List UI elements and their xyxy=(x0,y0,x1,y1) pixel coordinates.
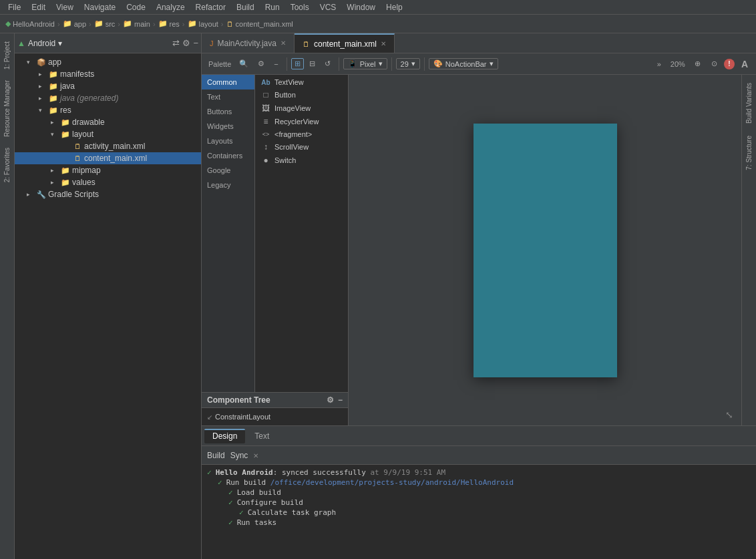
tree-item-java[interactable]: ▸ 📁 java xyxy=(15,80,201,92)
menu-file[interactable]: File xyxy=(3,1,26,13)
build-text-0: Hello Android: synced successfully at 9/… xyxy=(216,468,445,477)
blueprint-mode-button[interactable]: ⊟ xyxy=(305,58,319,69)
breadcrumb-item-app[interactable]: 📁 app xyxy=(63,19,86,28)
component-tree-icons: ⚙ − xyxy=(327,395,343,405)
tree-item-drawable[interactable]: ▸ 📁 drawable xyxy=(15,116,201,128)
menu-code[interactable]: Code xyxy=(121,1,151,13)
palette-item-switch[interactable]: ● Switch xyxy=(255,154,348,167)
menu-tools[interactable]: Tools xyxy=(285,1,315,13)
check-icon-2: ✓ xyxy=(228,488,233,497)
breadcrumb-item-file[interactable]: 🗒 content_main.xml xyxy=(226,20,293,28)
device-icon: 📱 xyxy=(348,59,357,68)
check-icon-0: ✓ xyxy=(207,468,212,477)
side-strip-favorites[interactable]: 2: Favorites xyxy=(3,142,11,188)
bottom-tab-text[interactable]: Text xyxy=(246,429,277,443)
side-strip-project[interactable]: 1: Project xyxy=(3,36,11,75)
palette-item-recyclerview[interactable]: ≡ RecyclerView xyxy=(255,115,348,128)
sync-icon[interactable]: ⇄ xyxy=(172,38,180,48)
palette-cat-text[interactable]: Text xyxy=(202,89,254,104)
palette-search-button[interactable]: 🔍 xyxy=(235,58,252,69)
side-strip-resource-manager[interactable]: Resource Manager xyxy=(3,75,11,142)
palette-cat-legacy[interactable]: Legacy xyxy=(202,178,254,192)
component-tree-settings[interactable]: ⚙ xyxy=(327,395,334,405)
menu-help[interactable]: Help xyxy=(381,1,408,13)
palette-item-scrollview[interactable]: ↕ ScrollView xyxy=(255,140,348,154)
menu-view[interactable]: View xyxy=(51,1,79,13)
menu-window[interactable]: Window xyxy=(341,1,381,13)
force-refresh-button[interactable]: ↺ xyxy=(321,58,335,69)
build-tab-build[interactable]: Build xyxy=(207,451,225,460)
menu-build[interactable]: Build xyxy=(231,1,260,13)
palette-body: Common Text Buttons Widgets Layouts Cont… xyxy=(202,75,348,392)
breadcrumb-item-main[interactable]: 📁 main xyxy=(123,19,150,28)
menu-analyze[interactable]: Analyze xyxy=(151,1,190,13)
menu-vcs[interactable]: VCS xyxy=(315,1,342,13)
palette-settings-button[interactable]: ⚙ xyxy=(254,58,268,69)
tree-item-content-main[interactable]: ▸ 🗒 content_main.xml xyxy=(15,152,201,164)
minimize-icon[interactable]: − xyxy=(193,38,198,48)
tree-item-gradle[interactable]: ▸ 🔧 Gradle Scripts xyxy=(15,188,201,200)
palette-item-textview[interactable]: Ab TextView xyxy=(255,76,348,88)
toolbar-sep-3 xyxy=(391,57,392,71)
tree-item-activity-main[interactable]: ▸ 🗒 activity_main.xml xyxy=(15,140,201,152)
menu-run[interactable]: Run xyxy=(260,1,285,13)
side-strip-build-variants[interactable]: Build Variants xyxy=(745,77,753,129)
palette-item-fragment[interactable]: <> <fragment> xyxy=(255,128,348,140)
palette-cat-common[interactable]: Common xyxy=(202,75,254,89)
tab-mainactivity[interactable]: J MainActivity.java ✕ xyxy=(202,33,295,53)
build-link[interactable]: /office/development/projects-study/andro… xyxy=(270,478,514,487)
palette-cat-containers[interactable]: Containers xyxy=(202,148,254,163)
breadcrumb-item-helloandroid[interactable]: ◆ HelloAndroid xyxy=(5,19,55,28)
tree-item-app[interactable]: ▾ 📦 app xyxy=(15,56,201,68)
error-badge[interactable]: ! xyxy=(724,59,735,69)
breadcrumb-item-src[interactable]: 📁 src xyxy=(94,19,116,28)
palette-cat-google[interactable]: Google xyxy=(202,163,254,178)
palette-item-button[interactable]: □ Button xyxy=(255,88,348,102)
tab-mainactivity-label: MainActivity.java xyxy=(218,39,276,48)
theme-selector[interactable]: 🎨 NoActionBar ▾ xyxy=(429,58,498,69)
menu-refactor[interactable]: Refactor xyxy=(190,1,231,13)
zoom-in-button[interactable]: ⊕ xyxy=(691,58,705,69)
build-body: ✓ Hello Android: synced successfully at … xyxy=(202,465,756,559)
component-tree-minimize[interactable]: − xyxy=(338,395,343,405)
tab-mainactivity-close[interactable]: ✕ xyxy=(280,39,286,47)
info-button[interactable]: A xyxy=(737,57,752,71)
build-sync-close[interactable]: ✕ xyxy=(253,452,258,459)
palette-cat-widgets[interactable]: Widgets xyxy=(202,119,254,134)
device-label: Pixel xyxy=(360,60,376,68)
tree-item-manifests[interactable]: ▸ 📁 manifests xyxy=(15,68,201,80)
palette-item-imageview[interactable]: 🖼 ImageView xyxy=(255,102,348,115)
ct-item-constraint-layout[interactable]: ↙ ConstraintLayout xyxy=(204,411,345,423)
check-icon-1: ✓ xyxy=(218,478,222,487)
project-tab-android[interactable]: ▲ Android ▾ xyxy=(17,39,62,48)
palette-cat-layouts[interactable]: Layouts xyxy=(202,134,254,148)
tree-item-values[interactable]: ▸ 📁 values xyxy=(15,176,201,188)
settings-icon[interactable]: ⚙ xyxy=(182,38,190,48)
ct-item-label: ConstraintLayout xyxy=(215,413,270,421)
tree-item-mipmap[interactable]: ▸ 📁 mipmap xyxy=(15,164,201,176)
palette-minimize-button[interactable]: − xyxy=(270,59,282,69)
palette-item-textview-label: TextView xyxy=(274,78,304,86)
device-selector[interactable]: 📱 Pixel ▾ xyxy=(343,58,387,69)
zoom-label: 20% xyxy=(668,60,688,68)
tab-content-main-close[interactable]: ✕ xyxy=(381,40,386,47)
menu-edit[interactable]: Edit xyxy=(26,1,51,13)
side-strip-structure[interactable]: 7: Structure xyxy=(745,130,753,176)
breadcrumb-item-res[interactable]: 📁 res xyxy=(158,19,180,28)
canvas-resize-handle[interactable]: ⤡ xyxy=(725,409,736,420)
more-options-button[interactable]: » xyxy=(653,59,665,69)
bottom-tab-design[interactable]: Design xyxy=(204,429,245,443)
build-tab-sync[interactable]: Sync ✕ xyxy=(230,451,258,460)
tree-item-layout[interactable]: ▾ 📁 layout xyxy=(15,128,201,140)
api-selector[interactable]: 29 ▾ xyxy=(396,58,420,69)
tab-content-main[interactable]: 🗒 content_main.xml ✕ xyxy=(295,33,395,53)
toolbar-sep-1 xyxy=(287,57,287,71)
tree-item-res[interactable]: ▾ 📁 res xyxy=(15,104,201,116)
design-mode-button[interactable]: ⊞ xyxy=(291,58,304,69)
tree-item-java-generated[interactable]: ▸ 📁 java (generated) xyxy=(15,92,201,104)
breadcrumb-item-layout[interactable]: 📁 layout xyxy=(188,19,218,28)
palette-cat-buttons[interactable]: Buttons xyxy=(202,104,254,119)
menu-navigate[interactable]: Navigate xyxy=(79,1,121,13)
api-dropdown-icon: ▾ xyxy=(411,59,415,68)
zoom-fit-button[interactable]: ⊙ xyxy=(707,58,721,69)
